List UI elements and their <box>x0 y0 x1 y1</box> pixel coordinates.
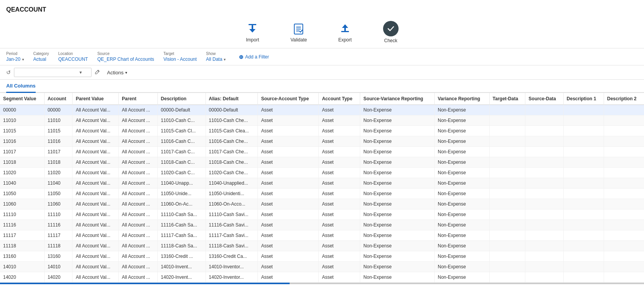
refresh-icon[interactable]: ↺ <box>6 69 11 76</box>
table-cell[interactable] <box>563 272 604 283</box>
table-cell[interactable] <box>563 168 604 178</box>
table-cell[interactable]: 11020 <box>0 168 44 178</box>
table-cell[interactable]: Non-Expense <box>434 220 489 230</box>
table-cell[interactable] <box>563 115 604 126</box>
table-row[interactable]: 1101811018All Account Val...All Account … <box>0 157 644 168</box>
table-cell[interactable]: 11010 <box>44 115 73 126</box>
table-cell[interactable] <box>604 189 644 199</box>
table-cell[interactable]: Asset <box>258 262 319 272</box>
table-cell[interactable] <box>563 105 604 115</box>
table-cell[interactable]: Non-Expense <box>360 230 435 241</box>
table-cell[interactable]: 11018 <box>0 157 44 168</box>
table-cell[interactable]: Non-Expense <box>360 157 435 168</box>
table-cell[interactable] <box>525 272 563 283</box>
export-toolbar-item[interactable]: Export <box>338 22 352 43</box>
table-row[interactable]: 1111711117All Account Val...All Account … <box>0 230 644 241</box>
table-cell[interactable]: All Account ... <box>119 272 157 283</box>
table-cell[interactable] <box>525 168 563 178</box>
table-cell[interactable] <box>604 220 644 230</box>
table-cell[interactable]: Non-Expense <box>434 262 489 272</box>
table-cell[interactable]: All Account Val... <box>73 136 119 147</box>
table-row[interactable]: 1111811118All Account Val...All Account … <box>0 241 644 251</box>
table-cell[interactable]: All Account ... <box>119 147 157 157</box>
table-cell[interactable]: Asset <box>258 241 319 251</box>
table-cell[interactable] <box>604 168 644 178</box>
table-cell[interactable]: Non-Expense <box>360 209 435 220</box>
table-cell[interactable]: 13160 <box>44 251 73 262</box>
table-cell[interactable]: Asset <box>319 136 360 147</box>
table-cell[interactable]: Non-Expense <box>434 115 489 126</box>
table-cell[interactable]: Asset <box>319 126 360 136</box>
table-cell[interactable]: 14010-Inventor... <box>205 262 258 272</box>
table-cell[interactable] <box>489 262 525 272</box>
table-cell[interactable]: 11050 <box>0 189 44 199</box>
table-cell[interactable] <box>604 105 644 115</box>
table-cell[interactable]: Asset <box>258 199 319 209</box>
table-cell[interactable] <box>525 230 563 241</box>
table-cell[interactable]: All Account ... <box>119 178 157 189</box>
table-cell[interactable]: All Account Val... <box>73 220 119 230</box>
table-cell[interactable]: Asset <box>319 178 360 189</box>
table-cell[interactable]: 14010-Invent... <box>157 262 205 272</box>
table-cell[interactable] <box>563 230 604 241</box>
table-cell[interactable]: 11040 <box>44 178 73 189</box>
table-cell[interactable]: 11050 <box>44 189 73 199</box>
table-cell[interactable]: 11040-Unapplied... <box>205 178 258 189</box>
table-cell[interactable]: Asset <box>319 147 360 157</box>
table-row[interactable]: 0000000000All Account Val...All Account … <box>0 105 644 115</box>
table-cell[interactable]: 14010 <box>0 262 44 272</box>
table-cell[interactable]: All Account ... <box>119 157 157 168</box>
table-cell[interactable]: All Account ... <box>119 168 157 178</box>
table-cell[interactable]: 11016-Cash Che... <box>205 136 258 147</box>
table-cell[interactable]: 00000-Default <box>157 105 205 115</box>
table-cell[interactable]: Non-Expense <box>360 168 435 178</box>
table-row[interactable]: 1106011060All Account Val...All Account … <box>0 199 644 209</box>
table-cell[interactable] <box>525 126 563 136</box>
table-cell[interactable]: Non-Expense <box>360 178 435 189</box>
table-cell[interactable]: 11117-Cash Sa... <box>157 230 205 241</box>
col-source-variance-reporting[interactable]: Source-Variance Reporting <box>360 93 435 105</box>
table-cell[interactable]: Non-Expense <box>360 241 435 251</box>
table-cell[interactable]: All Account Val... <box>73 251 119 262</box>
col-parent-value[interactable]: Parent Value <box>73 93 119 105</box>
table-cell[interactable]: Non-Expense <box>434 209 489 220</box>
table-cell[interactable]: 11118 <box>0 241 44 251</box>
table-cell[interactable]: Asset <box>258 136 319 147</box>
table-cell[interactable] <box>604 272 644 283</box>
table-cell[interactable] <box>489 136 525 147</box>
table-cell[interactable] <box>489 147 525 157</box>
table-row[interactable]: 1104011040All Account Val...All Account … <box>0 178 644 189</box>
table-cell[interactable]: 11016 <box>0 136 44 147</box>
table-cell[interactable]: All Account ... <box>119 262 157 272</box>
table-cell[interactable]: 11020 <box>44 168 73 178</box>
table-cell[interactable]: 11110 <box>0 209 44 220</box>
table-cell[interactable]: 11018 <box>44 157 73 168</box>
table-cell[interactable]: Asset <box>319 189 360 199</box>
col-description2[interactable]: Description 2 <box>604 93 644 105</box>
actions-button[interactable]: Actions ▾ <box>103 68 131 77</box>
col-description1[interactable]: Description 1 <box>563 93 604 105</box>
table-cell[interactable]: Non-Expense <box>434 241 489 251</box>
col-variance-reporting[interactable]: Variance Reporting <box>434 93 489 105</box>
table-cell[interactable] <box>563 178 604 189</box>
table-cell[interactable]: Non-Expense <box>360 147 435 157</box>
table-cell[interactable]: 11015-Cash Cl... <box>157 126 205 136</box>
table-cell[interactable]: Non-Expense <box>434 147 489 157</box>
table-cell[interactable]: Non-Expense <box>434 136 489 147</box>
col-parent[interactable]: Parent <box>119 93 157 105</box>
col-source-data[interactable]: Source-Data <box>525 93 563 105</box>
show-filter[interactable]: Show All Data ▾ <box>206 51 226 62</box>
table-cell[interactable]: 11117 <box>0 230 44 241</box>
table-cell[interactable] <box>604 157 644 168</box>
table-cell[interactable]: All Account ... <box>119 136 157 147</box>
col-source-account-type[interactable]: Source-Account Type <box>258 93 319 105</box>
table-cell[interactable] <box>563 199 604 209</box>
table-cell[interactable]: 13160 <box>0 251 44 262</box>
table-cell[interactable]: 11050-Unide... <box>157 189 205 199</box>
table-cell[interactable]: All Account ... <box>119 126 157 136</box>
table-cell[interactable]: Non-Expense <box>434 199 489 209</box>
table-cell[interactable] <box>525 147 563 157</box>
table-cell[interactable] <box>489 178 525 189</box>
search-dropdown-button[interactable]: ▾ <box>79 70 82 75</box>
table-row[interactable]: 1401014010All Account Val...All Account … <box>0 262 644 272</box>
